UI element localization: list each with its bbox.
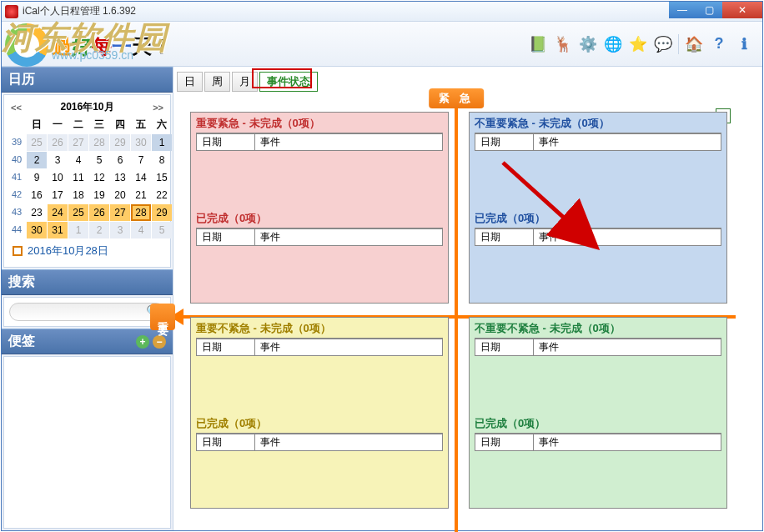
calendar-day[interactable]: 12	[89, 169, 109, 186]
eisenhower-matrix: 紧 急 重要 X 重要紧急 - 未完成（0项） 日期事件 已完成（0项） 日期事…	[177, 100, 736, 532]
book-icon[interactable]: 📗	[528, 34, 548, 54]
calendar-day[interactable]: 21	[131, 187, 151, 203]
calendar-panel-header: 日历	[2, 67, 173, 93]
calendar-day[interactable]: 5	[152, 222, 172, 238]
search-box: 🔍	[3, 297, 171, 327]
notes-area[interactable]	[3, 356, 171, 529]
calendar-day[interactable]: 6	[110, 152, 130, 168]
app-window: iCal个人日程管理 1.6.392 — ▢ ✕ 河东软件园 過好每一天！ ww…	[1, 1, 763, 531]
calendar-widget[interactable]: << 2016年10月 >> 日一二三四五六392526272829301402…	[3, 94, 171, 268]
month-label: 2016年10月	[60, 100, 113, 114]
tab-week[interactable]: 周	[204, 72, 230, 92]
search-input[interactable]	[9, 303, 165, 321]
calendar-day[interactable]: 9	[27, 169, 47, 186]
calendar-day[interactable]: 23	[27, 204, 47, 221]
titlebar: iCal个人日程管理 1.6.392 — ▢ ✕	[2, 2, 762, 22]
today-marker-icon	[13, 246, 23, 256]
calendar-day[interactable]: 11	[68, 169, 88, 186]
calendar-day[interactable]: 1	[68, 222, 88, 238]
quadrant-important-urgent[interactable]: 重要紧急 - 未完成（0项） 日期事件 已完成（0项） 日期事件	[190, 112, 449, 304]
minimize-button[interactable]: —	[669, 2, 696, 18]
calendar-day[interactable]: 2	[89, 222, 109, 238]
prev-month-button[interactable]: <<	[11, 103, 22, 113]
q4-pending-title: 不重要不紧急 - 未完成（0项）	[475, 319, 721, 339]
important-label: 重要	[150, 304, 175, 330]
calendar-day[interactable]: 15	[152, 169, 172, 186]
calendar-day[interactable]: 4	[68, 152, 88, 168]
calendar-day[interactable]: 31	[48, 222, 68, 238]
calendar-day[interactable]: 24	[48, 204, 68, 221]
toolbar: 📗 🦌 ⚙️ 🌐 ⭐ 💬 🏠 ? ℹ	[2, 22, 762, 67]
calendar-day[interactable]: 17	[48, 187, 68, 203]
next-month-button[interactable]: >>	[153, 103, 163, 113]
info-icon[interactable]: ℹ	[734, 34, 754, 54]
calendar-day[interactable]: 22	[152, 187, 172, 203]
help-icon[interactable]: ?	[709, 34, 729, 54]
calendar-day[interactable]: 8	[152, 152, 172, 168]
gear-icon[interactable]: ⚙️	[578, 34, 598, 54]
quadrant-noimportant-urgent[interactable]: 不重要紧急 - 未完成（0项） 日期事件 已完成（0项） 日期事件	[469, 112, 727, 304]
q1-done-title: 已完成（0项）	[196, 209, 443, 228]
urgent-label: 紧 急	[429, 88, 484, 108]
calendar-day[interactable]: 29	[152, 204, 172, 221]
search-title: 搜索	[8, 274, 35, 291]
calendar-day[interactable]: 2	[27, 152, 47, 168]
calendar-day[interactable]: 1	[152, 134, 172, 151]
delete-note-button[interactable]: −	[153, 335, 166, 349]
calendar-day[interactable]: 29	[110, 134, 130, 151]
calendar-day[interactable]: 27	[68, 134, 88, 151]
animal-icon[interactable]: 🦌	[553, 34, 573, 54]
q2-pending-title: 不重要紧急 - 未完成（0项）	[475, 114, 721, 133]
chat-icon[interactable]: 💬	[653, 34, 673, 54]
q4-done-title: 已完成（0项）	[475, 414, 721, 434]
quadrant-important-nourgent[interactable]: 重要不紧急 - 未完成（0项） 日期事件 已完成（0项） 日期事件	[190, 317, 449, 509]
quadrant-noimportant-nourgent[interactable]: 不重要不紧急 - 未完成（0项） 日期事件 已完成（0项） 日期事件	[469, 317, 727, 509]
calendar-day[interactable]: 30	[27, 222, 47, 238]
q2-done-title: 已完成（0项）	[475, 209, 721, 228]
calendar-day[interactable]: 14	[131, 169, 151, 186]
globe-icon[interactable]: 🌐	[603, 34, 623, 54]
tab-event-status[interactable]: 事件状态	[259, 72, 318, 92]
add-note-button[interactable]: +	[136, 335, 149, 349]
main-area: 日 周 月 事件状态 紧 急 重要 X 重要紧急 - 未完成（0项） 日期事件	[173, 67, 762, 530]
calendar-day[interactable]: 26	[89, 204, 109, 221]
calendar-day[interactable]: 3	[110, 222, 130, 238]
star-icon[interactable]: ⭐	[628, 34, 648, 54]
calendar-day[interactable]: 7	[131, 152, 151, 168]
calendar-day[interactable]: 20	[110, 187, 130, 203]
window-title: iCal个人日程管理 1.6.392	[23, 4, 136, 18]
tab-day[interactable]: 日	[177, 72, 203, 92]
calendar-day[interactable]: 28	[131, 204, 151, 221]
calendar-day[interactable]: 13	[110, 169, 130, 186]
q1-pending-title: 重要紧急 - 未完成（0项）	[196, 114, 443, 133]
sidebar: 日历 << 2016年10月 >> 日一二三四五六392526272829301…	[2, 67, 173, 530]
notes-title: 便签	[8, 333, 35, 350]
notes-panel-header: 便签 + −	[2, 329, 173, 354]
close-button[interactable]: ✕	[722, 2, 762, 18]
calendar-day[interactable]: 26	[48, 134, 68, 151]
calendar-day[interactable]: 5	[89, 152, 109, 168]
calendar-day[interactable]: 30	[131, 134, 151, 151]
calendar-day[interactable]: 16	[27, 187, 47, 203]
q3-done-title: 已完成（0项）	[196, 414, 443, 434]
app-icon	[5, 5, 18, 18]
tab-month[interactable]: 月	[232, 72, 258, 92]
home-icon[interactable]: 🏠	[684, 34, 704, 54]
calendar-day[interactable]: 25	[68, 204, 88, 221]
calendar-day[interactable]: 3	[48, 152, 68, 168]
calendar-day[interactable]: 28	[89, 134, 109, 151]
selected-date-display: 2016年10月28日	[8, 238, 167, 263]
calendar-day[interactable]: 27	[110, 204, 130, 221]
q3-pending-title: 重要不紧急 - 未完成（0项）	[196, 319, 443, 339]
calendar-day[interactable]: 4	[131, 222, 151, 238]
calendar-day[interactable]: 18	[68, 187, 88, 203]
watermark-logo	[5, 23, 48, 67]
calendar-title: 日历	[8, 71, 35, 88]
search-panel-header: 搜索	[2, 269, 173, 295]
maximize-button[interactable]: ▢	[696, 2, 722, 18]
calendar-day[interactable]: 19	[89, 187, 109, 203]
calendar-day[interactable]: 25	[27, 134, 47, 151]
calendar-day[interactable]: 10	[48, 169, 68, 186]
